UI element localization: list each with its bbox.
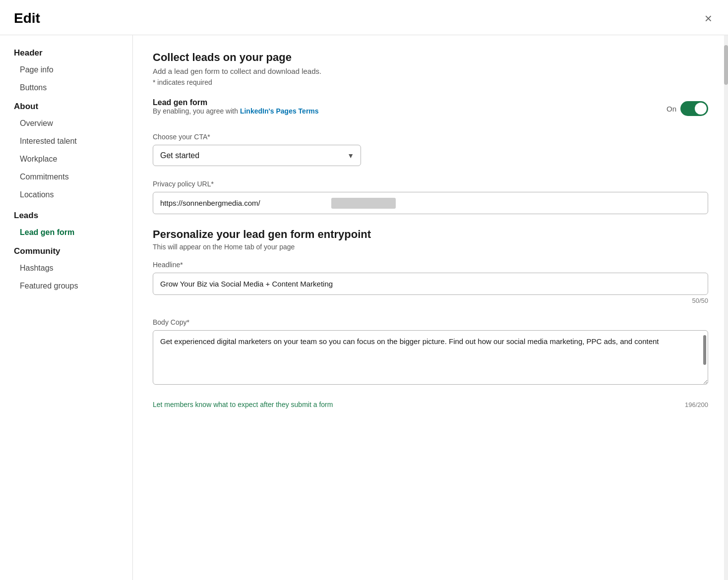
headline-label: Headline* bbox=[153, 261, 708, 269]
sidebar-item-workplace[interactable]: Workplace bbox=[0, 150, 132, 168]
toggle-row: On bbox=[667, 101, 708, 116]
page-section-title: Collect leads on your page bbox=[153, 51, 708, 64]
scrollbar-thumb[interactable] bbox=[724, 45, 728, 85]
sidebar-item-overview[interactable]: Overview bbox=[0, 115, 132, 132]
linkedin-pages-terms-link[interactable]: LinkedIn's Pages Terms bbox=[240, 107, 319, 115]
body-copy-label: Body Copy* bbox=[153, 318, 708, 326]
lead-gen-form-group: Lead gen form By enabling, you agree wit… bbox=[153, 98, 708, 119]
sidebar-section-about: About bbox=[0, 97, 132, 115]
bottom-note-count: 196/200 bbox=[685, 401, 708, 408]
lead-gen-sublabel-text: By enabling, you agree with bbox=[153, 107, 238, 115]
personalize-subtitle: This will appear on the Home tab of your… bbox=[153, 243, 708, 251]
lead-gen-toggle[interactable] bbox=[680, 101, 708, 116]
cta-label: Choose your CTA* bbox=[153, 133, 708, 141]
toggle-thumb bbox=[695, 103, 707, 115]
edit-modal: Edit × Header Page info Buttons About Ov… bbox=[0, 0, 728, 580]
lead-gen-form-sublabel: By enabling, you agree with LinkedIn's P… bbox=[153, 107, 319, 115]
scrollbar-track[interactable] bbox=[724, 35, 728, 580]
sidebar-item-page-info[interactable]: Page info bbox=[0, 61, 132, 79]
sidebar-item-interested-talent[interactable]: Interested talent bbox=[0, 132, 132, 150]
headline-char-count: 50/50 bbox=[153, 297, 708, 304]
lead-gen-form-label: Lead gen form bbox=[153, 98, 319, 107]
redacted-content bbox=[331, 198, 396, 209]
textarea-scrollbar[interactable] bbox=[703, 335, 706, 365]
toggle-on-label: On bbox=[667, 105, 676, 113]
textarea-wrapper: Get experienced digital marketers on you… bbox=[153, 330, 708, 387]
sidebar-item-lead-gen-form[interactable]: Lead gen form bbox=[0, 224, 132, 241]
lead-gen-form-row: Lead gen form By enabling, you agree wit… bbox=[153, 98, 708, 119]
bottom-note-text: Let members know what to expect after th… bbox=[153, 401, 333, 408]
sidebar-item-hashtags[interactable]: Hashtags bbox=[0, 259, 132, 277]
sidebar-section-header: Header bbox=[0, 43, 132, 61]
sidebar: Header Page info Buttons About Overview … bbox=[0, 35, 133, 580]
bottom-note: Let members know what to expect after th… bbox=[153, 401, 708, 408]
toggle-track bbox=[680, 101, 708, 116]
body-copy-group: Body Copy* Get experienced digital marke… bbox=[153, 318, 708, 387]
close-button[interactable]: × bbox=[703, 10, 714, 27]
lead-gen-form-label-col: Lead gen form By enabling, you agree wit… bbox=[153, 98, 319, 119]
sidebar-section-community: Community bbox=[0, 241, 132, 259]
cta-group: Choose your CTA* Get started Contact us … bbox=[153, 133, 708, 166]
sidebar-item-commitments[interactable]: Commitments bbox=[0, 168, 132, 186]
sidebar-item-locations[interactable]: Locations bbox=[0, 186, 132, 204]
privacy-group: Privacy policy URL* bbox=[153, 180, 708, 214]
personalize-title: Personalize your lead gen form entrypoin… bbox=[153, 228, 708, 241]
headline-group: Headline* 50/50 bbox=[153, 261, 708, 304]
privacy-url-input[interactable] bbox=[153, 192, 708, 214]
headline-input[interactable] bbox=[153, 273, 708, 295]
modal-header: Edit × bbox=[0, 0, 728, 35]
privacy-label: Privacy policy URL* bbox=[153, 180, 708, 188]
main-content: Collect leads on your page Add a lead ge… bbox=[133, 35, 728, 580]
modal-title: Edit bbox=[14, 10, 40, 26]
sidebar-item-featured-groups[interactable]: Featured groups bbox=[0, 277, 132, 295]
body-copy-textarea[interactable]: Get experienced digital marketers on you… bbox=[153, 330, 708, 385]
sidebar-item-buttons[interactable]: Buttons bbox=[0, 79, 132, 97]
cta-select-wrapper: Get started Contact us Learn more Regist… bbox=[153, 145, 361, 166]
modal-body: Header Page info Buttons About Overview … bbox=[0, 35, 728, 580]
cta-select[interactable]: Get started Contact us Learn more Regist… bbox=[153, 145, 361, 166]
sidebar-section-leads: Leads bbox=[0, 204, 132, 224]
privacy-input-wrapper bbox=[153, 192, 708, 214]
page-section-subtitle: Add a lead gen form to collect and downl… bbox=[153, 67, 708, 75]
required-note: * indicates required bbox=[153, 78, 708, 86]
